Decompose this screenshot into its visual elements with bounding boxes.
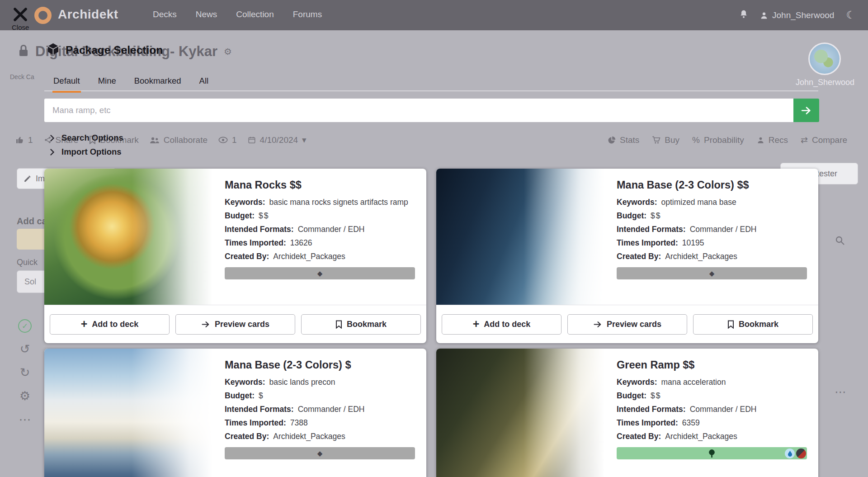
package-image [44,169,212,305]
package-title: Green Ramp $$ [617,359,807,371]
package-budget: Budget:$$ [617,209,807,222]
package-keywords: Keywords:basic mana rocks signets artifa… [225,195,415,209]
package-title: Mana Base (2-3 Colors) $ [225,359,415,371]
package-created-by: Created By:Archidekt_Packages [617,250,807,263]
package-times-imported: Times Imported:13626 [225,236,415,250]
package-budget: Budget:$$ [225,209,415,222]
package-card: Green Ramp $$ Keywords:mana acceleration… [436,349,818,477]
modal-title: Package Selection [66,44,163,57]
package-image [436,349,604,477]
package-card: Mana Base (2-3 Colors) $$ Keywords:optim… [436,169,818,343]
bookmark-button[interactable]: Bookmark [693,314,813,335]
add-to-deck-button[interactable]: +Add to deck [442,314,561,335]
color-identity-bar: ◆ [225,267,415,279]
close-label: Close [12,24,29,31]
package-formats: Intended Formats:Commander / EDH [617,222,807,236]
arrow-right-icon [801,106,812,115]
package-times-imported: Times Imported:7388 [225,416,415,430]
package-search-input[interactable] [44,99,793,122]
arrow-right-icon [201,321,210,328]
package-keywords: Keywords:basic lands precon [225,375,415,389]
colorless-mana-icon: ◆ [317,449,323,458]
colorless-mana-icon: ◆ [709,269,715,278]
page: Archidekt Decks News Collection Forums J… [0,0,868,477]
package-keywords: Keywords:mana acceleration [617,375,807,389]
color-identity-bar: ◆ [225,447,415,459]
tab-default[interactable]: Default [44,73,89,92]
chevron-right-icon [50,148,55,156]
package-created-by: Created By:Archidekt_Packages [225,430,415,443]
bookmark-icon [727,320,734,329]
package-image [436,169,604,305]
plus-icon: + [81,318,88,330]
color-identity-bar: ◆ [617,267,807,279]
package-created-by: Created By:Archidekt_Packages [617,430,807,443]
preview-cards-button[interactable]: Preview cards [567,314,687,335]
preview-cards-button[interactable]: Preview cards [175,314,295,335]
bookmark-button[interactable]: Bookmark [301,314,421,335]
package-times-imported: Times Imported:6359 [617,416,807,430]
package-card: Mana Base (2-3 Colors) $ Keywords:basic … [44,349,426,477]
package-budget: Budget:$ [225,389,415,402]
color-identity-bar [617,447,807,459]
forest-mana-icon [708,449,716,458]
package-created-by: Created By:Archidekt_Packages [225,250,415,263]
package-icon [47,43,60,57]
bookmark-icon [335,320,342,329]
colorless-mana-icon: ◆ [317,269,323,278]
package-formats: Intended Formats:Commander / EDH [617,402,807,416]
package-title: Mana Rocks $$ [225,179,415,191]
package-times-imported: Times Imported:10195 [617,236,807,250]
tab-bookmarked[interactable]: Bookmarked [125,73,190,92]
package-card: Mana Rocks $$ Keywords:basic mana rocks … [44,169,426,343]
close-icon [12,6,28,23]
package-image [44,349,212,477]
search-submit-button[interactable] [793,99,819,122]
tab-mine[interactable]: Mine [89,73,125,92]
package-title: Mana Base (2-3 Colors) $$ [617,179,807,191]
package-tabs: Default Mine Bookmarked All [44,73,217,92]
tab-all[interactable]: All [190,73,218,92]
chevron-right-icon [50,134,55,142]
package-formats: Intended Formats:Commander / EDH [225,402,415,416]
black-red-mana-icon [796,449,806,458]
package-budget: Budget:$$ [617,389,807,402]
plus-icon: + [473,318,480,330]
package-formats: Intended Formats:Commander / EDH [225,222,415,236]
search-options-toggle[interactable]: Search Options [50,133,123,143]
add-to-deck-button[interactable]: +Add to deck [50,314,170,335]
close-button[interactable]: Close [12,6,29,31]
blue-mana-icon [785,449,795,458]
arrow-right-icon [593,321,602,328]
import-options-toggle[interactable]: Import Options [50,147,122,157]
package-keywords: Keywords:optimized mana base [617,195,807,209]
package-card-grid: Mana Rocks $$ Keywords:basic mana rocks … [44,169,818,477]
